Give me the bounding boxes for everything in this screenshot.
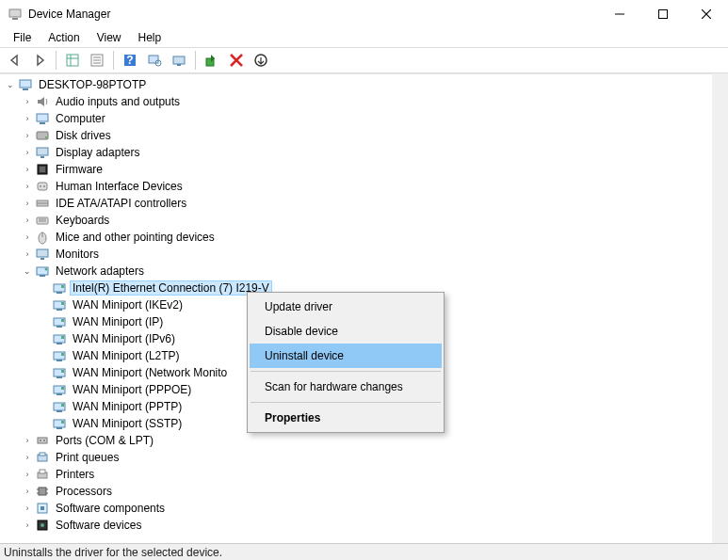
expand-icon[interactable]: › [21,468,34,481]
printer-icon [35,467,50,482]
svg-rect-62 [61,353,64,356]
svg-text:?: ? [126,54,133,67]
device-label: WAN Miniport (IPv6) [70,331,178,346]
tree-category[interactable]: ›Disk drives [0,127,728,144]
close-button[interactable] [685,0,728,28]
svg-rect-29 [37,148,48,155]
disable-device-button[interactable] [250,49,272,72]
expand-icon[interactable]: › [21,451,34,464]
svg-rect-59 [61,336,64,339]
menu-file[interactable]: File [6,29,39,46]
category-label: Human Interface Devices [53,179,186,194]
expand-icon[interactable]: › [21,231,34,244]
menu-action[interactable]: Action [40,29,87,46]
svg-rect-0 [9,9,21,17]
show-hide-tree-button[interactable] [61,49,84,72]
menubar: File Action View Help [0,28,728,47]
tree-category[interactable]: ›Display adapters [0,144,728,161]
expand-icon[interactable]: › [21,146,34,159]
update-driver-button[interactable] [168,49,190,72]
tree-category[interactable]: ⌄Network adapters [0,263,728,280]
minimize-button[interactable] [598,0,641,28]
back-button[interactable] [4,49,26,72]
category-label: Keyboards [53,213,112,228]
menu-help[interactable]: Help [131,29,170,46]
tree-category[interactable]: ›Software devices [0,517,728,534]
expand-icon[interactable]: › [21,129,34,142]
svg-rect-23 [20,80,31,88]
category-label: Display adapters [53,145,142,160]
ctx-properties[interactable]: Properties [250,406,442,430]
expand-icon[interactable]: › [21,485,34,498]
svg-rect-33 [38,183,47,190]
ctx-uninstall-device[interactable]: Uninstall device [250,344,442,368]
svg-rect-81 [40,470,45,473]
svg-point-35 [43,185,45,187]
category-label: Software components [53,501,168,516]
svg-rect-53 [61,302,64,305]
uninstall-device-button[interactable] [225,49,248,72]
expand-icon[interactable]: › [21,197,34,210]
tree-category[interactable]: ›Computer [0,110,728,127]
tree-category[interactable]: ›IDE ATA/ATAPI controllers [0,195,728,212]
expand-icon[interactable]: › [21,163,34,176]
svg-rect-26 [40,122,45,124]
category-label: IDE ATA/ATAPI controllers [53,196,189,211]
root-label: DESKTOP-98PTOTP [36,77,149,92]
collapse-icon[interactable]: ⌄ [21,264,34,278]
device-label: WAN Miniport (PPTP) [70,399,185,414]
properties-button[interactable] [86,49,108,72]
svg-rect-65 [61,370,64,373]
expand-icon[interactable]: › [21,180,34,193]
toolbar: ? [0,47,728,73]
toolbar-separator [56,51,57,70]
forward-button[interactable] [28,49,51,72]
maximize-button[interactable] [641,0,685,28]
tree-category[interactable]: ›Print queues [0,449,728,466]
expand-icon[interactable]: › [21,214,34,227]
tree-category[interactable]: ›Ports (COM & LPT) [0,432,728,449]
scan-hardware-button[interactable] [143,49,166,72]
svg-rect-46 [40,275,45,277]
netadapter-icon [52,382,67,397]
category-label: Disk drives [53,128,114,143]
expand-icon[interactable]: › [21,248,34,261]
netadapter-icon [52,399,67,414]
tree-category[interactable]: ›Audio inputs and outputs [0,93,728,110]
svg-point-89 [40,523,44,527]
expand-icon[interactable]: › [21,502,34,515]
statusbar-text: Uninstalls the driver for the selected d… [4,546,222,559]
ctx-update-driver[interactable]: Update driver [250,295,442,319]
svg-rect-3 [659,10,668,19]
tree-category[interactable]: ›Human Interface Devices [0,178,728,195]
toolbar-separator [195,51,196,70]
vertical-scrollbar[interactable] [712,73,728,543]
tree-category[interactable]: ›Monitors [0,246,728,263]
expand-icon[interactable]: › [21,112,34,125]
menu-view[interactable]: View [89,29,129,46]
svg-rect-18 [177,64,181,66]
tree-category[interactable]: ›Printers [0,466,728,483]
help-button[interactable]: ? [119,49,141,72]
expand-icon[interactable]: › [21,95,34,108]
expand-icon[interactable]: › [21,519,34,532]
device-label: WAN Miniport (PPPOE) [70,382,194,397]
expand-icon[interactable]: › [21,434,34,447]
device-label: WAN Miniport (SSTP) [70,416,185,431]
tree-root[interactable]: ⌄ DESKTOP-98PTOTP [0,76,728,93]
tree-category[interactable]: ›Firmware [0,161,728,178]
svg-rect-52 [57,309,62,311]
ctx-disable-device[interactable]: Disable device [250,319,442,344]
ctx-scan-hardware[interactable]: Scan for hardware changes [250,375,442,399]
category-label: Audio inputs and outputs [53,94,183,109]
statusbar: Uninstalls the driver for the selected d… [0,543,728,560]
ports-icon [35,433,50,448]
tree-category[interactable]: ›Mice and other pointing devices [0,229,728,246]
tree-category[interactable]: ›Keyboards [0,212,728,229]
svg-rect-44 [40,258,44,260]
svg-rect-64 [57,376,62,378]
tree-category[interactable]: ›Software components [0,500,728,517]
enable-device-button[interactable] [201,49,223,72]
collapse-icon[interactable]: ⌄ [4,78,17,91]
tree-category[interactable]: ›Processors [0,483,728,500]
